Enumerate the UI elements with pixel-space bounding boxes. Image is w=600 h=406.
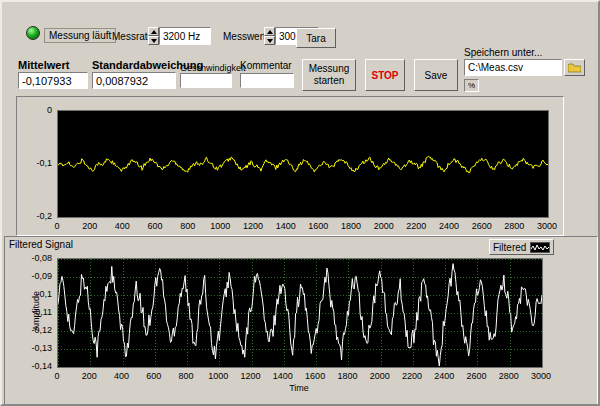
y-tick-label: -0,2 bbox=[36, 211, 52, 221]
x-tick-label: 800 bbox=[179, 371, 194, 381]
y-tick-label: -0,08 bbox=[31, 253, 52, 263]
down-arrow-icon bbox=[267, 39, 273, 43]
up-arrow-icon bbox=[151, 30, 157, 34]
speichern-unter-label: Speichern unter... bbox=[464, 47, 542, 58]
x-tick-label: 1400 bbox=[276, 221, 296, 231]
y-tick-label: -0,14 bbox=[31, 361, 52, 371]
x-tick-label: 200 bbox=[82, 371, 97, 381]
x-tick-label: 400 bbox=[114, 371, 129, 381]
messrate-decrement-button[interactable] bbox=[148, 36, 159, 45]
x-tick-label: 1200 bbox=[243, 221, 263, 231]
status-label: Messung läuft bbox=[44, 28, 116, 43]
x-tick-label: 0 bbox=[54, 371, 59, 381]
x-tick-label: 2400 bbox=[434, 371, 454, 381]
geschwindigkeit-field[interactable] bbox=[180, 73, 232, 88]
filtered-legend-plot-icon bbox=[530, 242, 550, 253]
amplitude-axis-label: Amplitude bbox=[31, 281, 41, 341]
kommentar-field[interactable] bbox=[240, 73, 294, 88]
messwerte-decrement-button[interactable] bbox=[264, 36, 275, 45]
x-tick-label: 1000 bbox=[210, 221, 230, 231]
mittelwert-label: Mittelwert bbox=[18, 59, 69, 71]
filtered-legend-label: Filtered bbox=[493, 242, 526, 253]
x-tick-label: 800 bbox=[180, 221, 195, 231]
x-tick-label: 0 bbox=[54, 221, 59, 231]
raw-signal-plot-area bbox=[57, 110, 549, 218]
browse-button[interactable] bbox=[564, 59, 585, 76]
x-tick-label: 2000 bbox=[370, 371, 390, 381]
y-tick-label: -0,09 bbox=[31, 271, 52, 281]
messung-starten-button[interactable]: Messung starten bbox=[302, 59, 356, 91]
x-tick-label: 1000 bbox=[208, 371, 228, 381]
save-path-input[interactable] bbox=[464, 59, 562, 76]
messrate-increment-button[interactable] bbox=[148, 27, 159, 36]
x-tick-label: 2200 bbox=[406, 221, 426, 231]
filtered-x-axis: 0200400600800100012001400160018002000220… bbox=[57, 371, 541, 382]
x-tick-label: 3000 bbox=[531, 371, 551, 381]
raw-signal-y-axis: 0-0,1-0,2 bbox=[20, 110, 54, 216]
x-tick-label: 400 bbox=[115, 221, 130, 231]
x-tick-label: 600 bbox=[146, 371, 161, 381]
x-tick-label: 1600 bbox=[305, 371, 325, 381]
stop-button[interactable]: STOP bbox=[365, 59, 405, 91]
tara-button[interactable]: Tara bbox=[296, 28, 336, 48]
raw-signal-x-axis: 0200400600800100012001400160018002000220… bbox=[57, 221, 547, 232]
x-tick-label: 200 bbox=[82, 221, 97, 231]
x-tick-label: 2400 bbox=[439, 221, 459, 231]
x-tick-label: 2800 bbox=[504, 221, 524, 231]
messrate-input[interactable] bbox=[159, 27, 211, 45]
y-tick-label: -0,13 bbox=[31, 343, 52, 353]
x-tick-label: 600 bbox=[147, 221, 162, 231]
measurement-app-window: Messung läuft Messrate Messwerte Tara Mi… bbox=[0, 0, 600, 406]
filtered-signal-canvas bbox=[58, 259, 542, 367]
filtered-plot-area bbox=[57, 258, 543, 368]
x-tick-label: 2200 bbox=[402, 371, 422, 381]
raw-signal-canvas bbox=[58, 111, 548, 217]
kommentar-label: Kommentar bbox=[240, 60, 292, 71]
messwerte-increment-button[interactable] bbox=[264, 27, 275, 36]
mittelwert-value-field[interactable] bbox=[18, 72, 88, 89]
x-tick-label: 1400 bbox=[273, 371, 293, 381]
standardabweichung-value-field[interactable] bbox=[92, 72, 176, 89]
filtered-signal-title: Filtered Signal bbox=[9, 239, 73, 250]
down-arrow-icon bbox=[151, 39, 157, 43]
filtered-legend[interactable]: Filtered bbox=[489, 239, 554, 255]
messrate-label: Messrate bbox=[112, 31, 153, 42]
x-tick-label: 2000 bbox=[374, 221, 394, 231]
time-axis-label: Time bbox=[57, 383, 541, 393]
x-tick-label: 3000 bbox=[537, 221, 557, 231]
x-tick-label: 2800 bbox=[499, 371, 519, 381]
folder-icon bbox=[568, 63, 581, 73]
x-tick-label: 1800 bbox=[341, 221, 361, 231]
x-tick-label: 2600 bbox=[466, 371, 486, 381]
save-button[interactable]: Save bbox=[414, 59, 458, 91]
up-arrow-icon bbox=[267, 30, 273, 34]
x-tick-label: 1200 bbox=[241, 371, 261, 381]
x-tick-label: 2600 bbox=[472, 221, 492, 231]
x-tick-label: 1800 bbox=[337, 371, 357, 381]
x-tick-label: 1600 bbox=[308, 221, 328, 231]
y-tick-label: -0,1 bbox=[36, 158, 52, 168]
messrate-control bbox=[148, 27, 211, 45]
path-type-indicator[interactable]: % bbox=[464, 79, 479, 92]
measurement-running-led bbox=[26, 26, 40, 40]
y-tick-label: 0 bbox=[47, 105, 52, 115]
geschwindigkeit-label: Geschwindigkeit bbox=[180, 63, 246, 73]
